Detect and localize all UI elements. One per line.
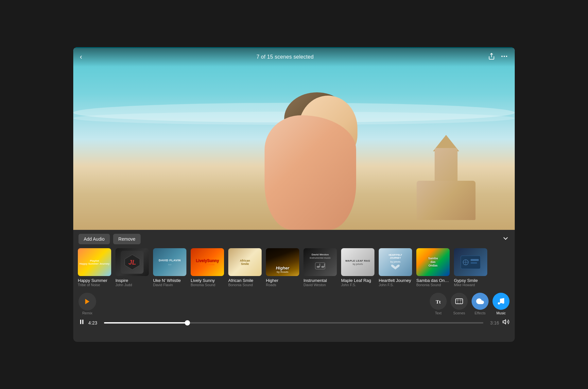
svg-rect-8 [320, 264, 320, 267]
back-button[interactable]: ‹ [80, 53, 82, 61]
add-audio-button[interactable]: Add Audio [78, 234, 110, 244]
track-item-higher[interactable]: Higher by Roads Higher Roads [264, 247, 302, 288]
right-controls: Tt Text Scenes [430, 293, 510, 315]
track-item-inspire[interactable]: JL Inspire John Judd [113, 247, 151, 288]
sandcastle-base [417, 181, 476, 220]
track-name-higher: Higher [266, 278, 300, 283]
toolbar-row: Add Audio Remove [73, 230, 515, 247]
play-pause-button[interactable] [78, 319, 85, 327]
app-container: ‹ 7 of 15 scenes selected [73, 47, 515, 342]
track-item-uke[interactable]: DAVID FLAVIN ♪♪♪ Uke N' Whistle David Fl… [151, 247, 189, 288]
header-title: 7 of 15 scenes selected [256, 54, 314, 60]
track-item-heartfelt[interactable]: HEARTFELTJOURNEY by johnfs Heartfelt Jou… [377, 247, 414, 288]
track-list: Playlist Happy Summer Journey Happy Summ… [73, 247, 515, 291]
progress-thumb [185, 320, 190, 325]
track-name-maple: Maple Leaf Rag [341, 278, 375, 283]
header-left: ‹ [80, 53, 82, 61]
girl-body [265, 115, 356, 230]
text-control[interactable]: Tt Text [430, 293, 447, 315]
track-artist-higher: Roads [266, 283, 300, 287]
svg-point-20 [498, 302, 500, 305]
svg-text:JL: JL [128, 259, 136, 266]
svg-point-3 [506, 56, 507, 57]
music-icon [493, 293, 510, 310]
progress-bar[interactable] [104, 322, 483, 324]
track-name-instrumental: Instrumental [303, 278, 338, 283]
text-icon: Tt [430, 293, 447, 310]
track-thumb-higher: Higher by Roads [266, 248, 299, 276]
current-time: 4:23 [88, 320, 101, 325]
header-right [488, 52, 508, 62]
svg-point-2 [504, 56, 505, 57]
track-name-lively: Lively Sunny [191, 278, 225, 283]
effects-control[interactable]: Effects [472, 293, 489, 315]
svg-rect-16 [471, 262, 477, 264]
track-artist-inspire: John Judd [115, 283, 150, 287]
track-artist-heartfelt: John F.S. [379, 283, 413, 287]
track-item-lively[interactable]: LivelySunny by Bononia Lively Sunny Bono… [189, 247, 226, 288]
track-item-african[interactable]: African Smile African Smile Bononia Soun… [226, 247, 264, 288]
text-label: Text [435, 311, 441, 315]
sandcastle [417, 155, 476, 220]
girl-figure [229, 89, 392, 230]
more-button[interactable] [500, 52, 508, 62]
effects-icon [472, 293, 489, 310]
music-label: Music [496, 311, 506, 315]
svg-point-1 [501, 56, 503, 57]
remix-label: Remix [82, 311, 92, 315]
track-item-samba[interactable]: SambadasOndas Samba das Ondas Bononia So… [414, 247, 452, 288]
track-thumb-samba: SambadasOndas [416, 248, 450, 276]
header: ‹ 7 of 15 scenes selected [73, 47, 515, 67]
track-artist-samba: Bononia Sound [416, 283, 451, 287]
video-area [73, 48, 515, 230]
svg-rect-15 [471, 259, 479, 261]
remix-button[interactable] [78, 293, 96, 310]
track-thumb-gypsy [454, 248, 487, 276]
svg-point-21 [502, 302, 504, 304]
scenes-icon [451, 293, 468, 310]
controls-row: Remix Tt Text [73, 291, 515, 317]
svg-point-7 [317, 266, 320, 268]
track-name-gypsy: Gypsy Smile [454, 278, 488, 283]
volume-button[interactable] [502, 318, 510, 327]
remove-button[interactable]: Remove [113, 234, 141, 244]
track-thumb-maple: MAPLE LEAF RAG by johnfs [341, 248, 374, 276]
music-control[interactable]: Music [493, 293, 510, 315]
track-thumb-lively: LivelySunny by Bononia [191, 248, 224, 276]
chevron-down-icon[interactable] [502, 234, 510, 244]
toolbar-left: Add Audio Remove [78, 234, 141, 244]
track-artist-maple: John F.S. [341, 283, 375, 287]
track-thumb-african: African Smile [228, 248, 262, 276]
inspire-logo: JL [121, 251, 144, 274]
svg-marker-17 [85, 299, 90, 305]
track-item-gypsy[interactable]: Gypsy Smile Mike Howard [452, 247, 490, 288]
end-time: 3:16 [487, 320, 499, 325]
share-button[interactable] [488, 53, 495, 62]
track-artist-lively: Bononia Sound [191, 283, 225, 287]
track-item-maple[interactable]: MAPLE LEAF RAG by johnfs Maple Leaf Rag … [339, 247, 377, 288]
bottom-panel: Add Audio Remove Playlist Happy Summer J… [73, 230, 515, 342]
track-thumb-inspire: JL [115, 248, 149, 276]
track-thumb-heartfelt: HEARTFELTJOURNEY by johnfs [379, 248, 412, 276]
track-item-instrumental[interactable]: David Weston Instrumental music [302, 247, 339, 288]
track-name-happy-summer: Happy Summer [78, 278, 112, 283]
progress-bar-fill [104, 322, 187, 324]
scenes-label: Scenes [453, 311, 465, 315]
track-name-samba: Samba das Ondas [416, 278, 451, 283]
track-artist-uke: David Flavin [153, 283, 187, 287]
track-artist-gypsy: Mike Howard [454, 283, 488, 287]
track-thumb-happy-summer: Playlist Happy Summer Journey [78, 248, 111, 276]
track-artist-happy-summer: Tribe of Noise [78, 283, 112, 287]
scenes-control[interactable]: Scenes [451, 293, 468, 315]
track-name-african: African Smile [228, 278, 263, 283]
svg-rect-10 [324, 264, 325, 267]
svg-point-9 [321, 266, 324, 268]
track-thumb-instrumental: David Weston Instrumental music [303, 248, 337, 276]
svg-rect-23 [82, 320, 83, 324]
progress-row: 4:23 3:16 [73, 317, 515, 330]
track-artist-instrumental: David Weston [303, 283, 338, 287]
track-item-happy-summer[interactable]: Playlist Happy Summer Journey Happy Summ… [76, 247, 113, 288]
track-artist-african: Bononia Sound [228, 283, 263, 287]
svg-text:Tt: Tt [436, 299, 441, 305]
svg-rect-22 [80, 320, 81, 324]
